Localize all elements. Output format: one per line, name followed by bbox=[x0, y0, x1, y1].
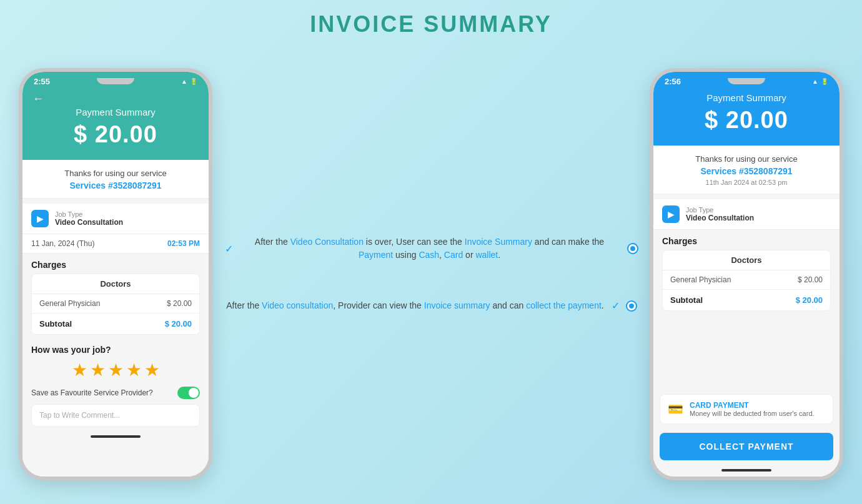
right-subtotal-amount: $ 20.00 bbox=[796, 295, 823, 305]
left-status-time: 2:55 bbox=[34, 77, 50, 86]
right-video-icon: ▶ bbox=[668, 209, 675, 219]
left-date-row: 11 Jan, 2024 (Thu) 02:53 PM bbox=[22, 234, 209, 254]
main-content: 2:55 ▲ 🔋 ← Payment Summary $ 20.00 Thank… bbox=[0, 44, 862, 504]
right-charges-card: Doctors General Physician $ 20.00 Subtot… bbox=[662, 250, 831, 311]
left-charge-item: General Physician bbox=[39, 299, 100, 308]
right-service-label: Thanks for using our service bbox=[663, 154, 830, 164]
star-5[interactable]: ★ bbox=[144, 360, 160, 380]
lower-annotation: After the Video consultation, Provider c… bbox=[226, 299, 635, 312]
left-charge-amount: $ 20.00 bbox=[167, 299, 192, 308]
upper-annotation: ✓ After the Video Consultation is over, … bbox=[225, 235, 637, 262]
right-charges-title: Charges bbox=[662, 236, 831, 246]
right-status-icons: ▲ 🔋 bbox=[812, 78, 828, 85]
right-job-label: Job Type bbox=[686, 206, 754, 214]
right-spacer bbox=[653, 315, 840, 389]
right-battery-icon: 🔋 bbox=[821, 78, 828, 85]
right-card-icon: 💳 bbox=[668, 402, 683, 417]
left-date-text: 11 Jan, 2024 (Thu) bbox=[31, 239, 94, 248]
middle-area: ✓ After the Video Consultation is over, … bbox=[212, 235, 650, 312]
back-button[interactable]: ← bbox=[32, 92, 199, 106]
left-job-value: Video Consultation bbox=[55, 218, 123, 227]
right-subtotal-row: Subtotal $ 20.00 bbox=[663, 290, 830, 310]
lower-annotation-dot bbox=[627, 302, 636, 310]
right-card-payment-section: 💳 CARD PAYMENT Money will be deducted fr… bbox=[660, 394, 833, 424]
right-phone-body: Thanks for using our service Services #3… bbox=[653, 146, 840, 477]
upper-annotation-text: After the Video Consultation is over, Us… bbox=[238, 235, 621, 262]
left-service-card: Thanks for using our service Services #3… bbox=[22, 160, 209, 199]
left-phone-header: ← Payment Summary $ 20.00 bbox=[22, 89, 209, 161]
left-service-label: Thanks for using our service bbox=[32, 169, 199, 178]
right-card-payment-info: CARD PAYMENT Money will be deducted from… bbox=[690, 401, 815, 417]
left-phone: 2:55 ▲ 🔋 ← Payment Summary $ 20.00 Thank… bbox=[19, 68, 212, 480]
right-notch bbox=[728, 78, 765, 84]
left-review-title: How was your job? bbox=[31, 345, 200, 355]
star-1[interactable]: ★ bbox=[72, 360, 87, 380]
right-card-payment-label: CARD PAYMENT bbox=[690, 401, 815, 410]
favourite-label: Save as Favourite Service Provider? bbox=[31, 388, 153, 397]
right-charges-section: Charges Doctors General Physician $ 20.0… bbox=[653, 230, 840, 315]
right-status-bar: 2:56 ▲ 🔋 bbox=[653, 72, 840, 89]
right-card-payment-desc: Money will be deducted from user's card. bbox=[690, 410, 815, 417]
page-title: INVOICE SUMMARY bbox=[310, 11, 552, 37]
left-phone-body: Thanks for using our service Services #3… bbox=[22, 161, 209, 477]
left-bottom-bar bbox=[22, 430, 209, 443]
star-2[interactable]: ★ bbox=[90, 360, 106, 380]
right-job-type-row: ▶ Job Type Video Consultation bbox=[653, 199, 840, 230]
left-charges-card-header: Doctors bbox=[32, 274, 199, 294]
right-charge-row: General Physician $ 20.00 bbox=[663, 270, 830, 290]
right-job-icon: ▶ bbox=[662, 205, 680, 223]
right-phone-header: Payment Summary $ 20.00 bbox=[653, 89, 840, 146]
left-charges-title: Charges bbox=[31, 260, 200, 270]
right-service-number: Services #3528087291 bbox=[663, 166, 830, 176]
battery-icon: 🔋 bbox=[190, 78, 197, 85]
right-subtotal-label: Subtotal bbox=[670, 295, 703, 305]
left-service-number: Services #3528087291 bbox=[32, 180, 199, 190]
left-header-amount: $ 20.00 bbox=[32, 121, 199, 148]
star-4[interactable]: ★ bbox=[126, 360, 142, 380]
right-service-date: 11th Jan 2024 at 02:53 pm bbox=[663, 179, 830, 186]
right-home-indicator bbox=[721, 469, 771, 472]
left-charges-card: Doctors General Physician $ 20.00 Subtot… bbox=[31, 274, 200, 335]
upper-annotation-content: ✓ After the Video Consultation is over, … bbox=[225, 235, 621, 262]
right-charges-card-header: Doctors bbox=[663, 250, 830, 270]
left-subtotal-amount: $ 20.00 bbox=[165, 319, 192, 329]
right-wifi-icon: ▲ bbox=[812, 78, 818, 85]
right-bottom-bar bbox=[653, 464, 840, 477]
check-circle-icon: ✓ bbox=[225, 243, 233, 255]
left-job-label: Job Type bbox=[55, 210, 123, 218]
notch bbox=[97, 78, 134, 84]
check-circle-icon-2: ✓ bbox=[612, 300, 620, 312]
right-header-title: Payment Summary bbox=[663, 92, 830, 103]
left-job-info: Job Type Video Consultation bbox=[55, 210, 123, 227]
favourite-toggle[interactable] bbox=[177, 387, 200, 399]
left-home-indicator bbox=[91, 435, 141, 438]
left-stars-row: ★ ★ ★ ★ ★ bbox=[31, 360, 200, 380]
lower-annotation-text: After the Video consultation, Provider c… bbox=[226, 299, 603, 312]
left-review-section: How was your job? ★ ★ ★ ★ ★ Save as Favo… bbox=[22, 338, 209, 430]
collect-payment-button[interactable]: COLLECT PAYMENT bbox=[660, 433, 833, 460]
right-job-value: Video Consultation bbox=[686, 214, 754, 222]
right-status-time: 2:56 bbox=[665, 77, 681, 86]
left-subtotal-row: Subtotal $ 20.00 bbox=[32, 314, 199, 334]
left-status-icons: ▲ 🔋 bbox=[181, 78, 197, 85]
left-subtotal-label: Subtotal bbox=[39, 319, 72, 329]
right-job-info: Job Type Video Consultation bbox=[686, 206, 754, 222]
left-date-time: 02:53 PM bbox=[167, 239, 200, 248]
left-comment-input[interactable]: Tap to Write Comment... bbox=[31, 404, 200, 427]
right-charge-item: General Physician bbox=[670, 275, 731, 284]
left-job-icon: ▶ bbox=[31, 210, 49, 227]
left-status-bar: 2:55 ▲ 🔋 bbox=[22, 72, 209, 89]
left-charge-row: General Physician $ 20.00 bbox=[32, 294, 199, 314]
wifi-icon: ▲ bbox=[181, 78, 187, 85]
video-icon: ▶ bbox=[37, 214, 44, 224]
left-favourite-row: Save as Favourite Service Provider? bbox=[31, 387, 200, 399]
star-3[interactable]: ★ bbox=[108, 360, 124, 380]
left-job-type-row: ▶ Job Type Video Consultation bbox=[22, 204, 209, 234]
left-charges-section: Charges Doctors General Physician $ 20.0… bbox=[22, 254, 209, 338]
left-header-title: Payment Summary bbox=[32, 107, 199, 117]
upper-annotation-dot bbox=[628, 244, 637, 253]
right-charge-amount: $ 20.00 bbox=[798, 275, 823, 284]
right-header-amount: $ 20.00 bbox=[663, 107, 830, 134]
right-phone: 2:56 ▲ 🔋 Payment Summary $ 20.00 Thanks … bbox=[650, 68, 843, 480]
right-service-card: Thanks for using our service Services #3… bbox=[653, 146, 840, 194]
